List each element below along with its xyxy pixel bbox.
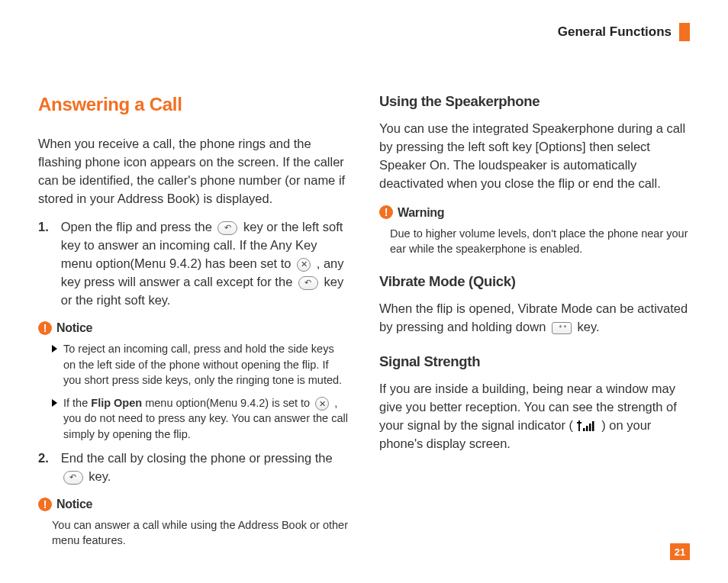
send-key-icon: ↶ — [63, 471, 83, 485]
signal-paragraph: If you are inside a building, being near… — [379, 380, 690, 453]
notice-label: Notice — [56, 495, 92, 513]
left-column: Answering a Call When you receive a call… — [38, 92, 349, 559]
step-number: 1. — [38, 218, 49, 310]
step-2-body: End the call by closing the phone or pre… — [52, 449, 349, 486]
alert-icon: ! — [38, 321, 52, 335]
heading-signal: Signal Strength — [379, 352, 690, 372]
triangle-bullet-icon — [52, 399, 57, 407]
svg-rect-0 — [583, 428, 585, 431]
send-key-icon: ↶ — [217, 221, 237, 235]
heading-vibrate: Vibrate Mode (Quick) — [379, 272, 690, 292]
warning-heading: ! Warning — [379, 204, 690, 221]
star-key-icon: ＊* — [552, 322, 572, 334]
step-1-body: Open the flip and press the ↶ key or the… — [52, 218, 349, 310]
section-heading-answering-call: Answering a Call — [38, 92, 349, 118]
section-vibrate: Vibrate Mode (Quick) When the flip is op… — [379, 272, 690, 337]
alert-icon: ! — [38, 498, 52, 511]
alert-icon: ! — [379, 205, 393, 219]
content-columns: Answering a Call When you receive a call… — [38, 92, 690, 559]
intro-paragraph: When you receive a call, the phone rings… — [38, 135, 349, 208]
step-1: 1. Open the flip and press the ↶ key or … — [38, 218, 349, 310]
step-1-text-a: Open the flip and press the — [61, 220, 216, 234]
notice-heading-1: ! Notice — [38, 319, 349, 337]
x-key-icon: ✕ — [315, 397, 329, 411]
header-title: General Functions — [558, 24, 672, 40]
step-2: 2. End the call by closing the phone or … — [38, 449, 349, 486]
speakerphone-paragraph: You can use the integrated Speakerphone … — [379, 120, 690, 193]
section-speakerphone: Using the Speakerphone You can use the i… — [379, 92, 690, 256]
section-signal: Signal Strength If you are inside a buil… — [379, 352, 690, 453]
heading-speakerphone: Using the Speakerphone — [379, 92, 690, 112]
notice-heading-2: ! Notice — [38, 495, 349, 513]
step-2-text-a: End the call by closing the phone or pre… — [61, 451, 333, 465]
notice-bullet-1: To reject an incoming call, press and ho… — [38, 341, 349, 388]
header-accent-bar — [679, 23, 690, 41]
svg-rect-3 — [592, 421, 594, 431]
right-column: Using the Speakerphone You can use the i… — [379, 92, 690, 559]
notice-2-text: You can answer a call while using the Ad… — [38, 517, 349, 549]
notice-label: Notice — [56, 319, 92, 337]
page-number: 21 — [670, 543, 690, 560]
notice-bullet-1-text: To reject an incoming call, press and ho… — [63, 341, 349, 388]
send-key-icon: ↶ — [298, 276, 318, 290]
step-2-text-b: key. — [89, 469, 111, 483]
svg-rect-1 — [586, 426, 588, 431]
notice-bullet-2-text: If the Flip Open menu option(Menu 9.4.2)… — [63, 395, 349, 442]
warning-text: Due to higher volume levels, don't place… — [379, 226, 690, 257]
signal-bars-icon — [577, 420, 598, 431]
triangle-bullet-icon — [52, 345, 57, 353]
page-header: General Functions — [558, 23, 690, 41]
warning-label: Warning — [398, 204, 444, 221]
notice-bullet-2: If the Flip Open menu option(Menu 9.4.2)… — [38, 395, 349, 442]
vibrate-paragraph: When the flip is opened, Vibrate Mode ca… — [379, 300, 690, 337]
svg-rect-2 — [589, 424, 591, 431]
step-number: 2. — [38, 449, 49, 486]
x-key-icon: ✕ — [297, 258, 311, 272]
